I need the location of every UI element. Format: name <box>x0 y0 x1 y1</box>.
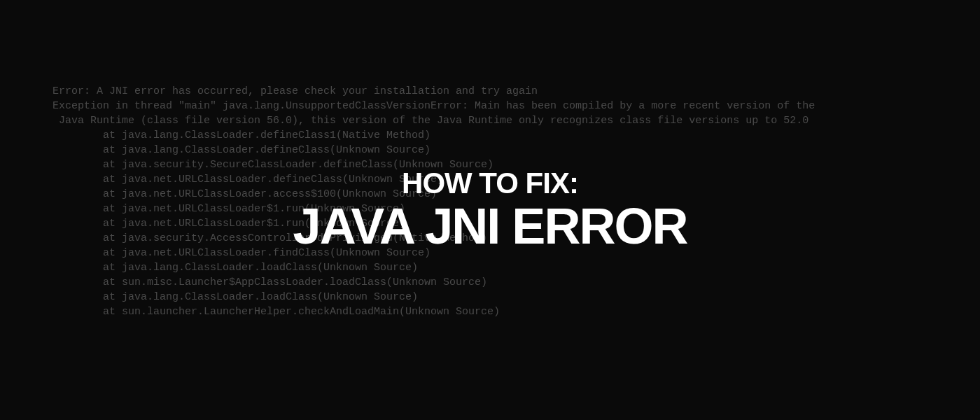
title-line-1: HOW TO FIX: <box>293 169 687 198</box>
title-line-2: JAVA JNI ERROR <box>293 201 687 251</box>
title-overlay: HOW TO FIX: JAVA JNI ERROR <box>293 169 687 251</box>
